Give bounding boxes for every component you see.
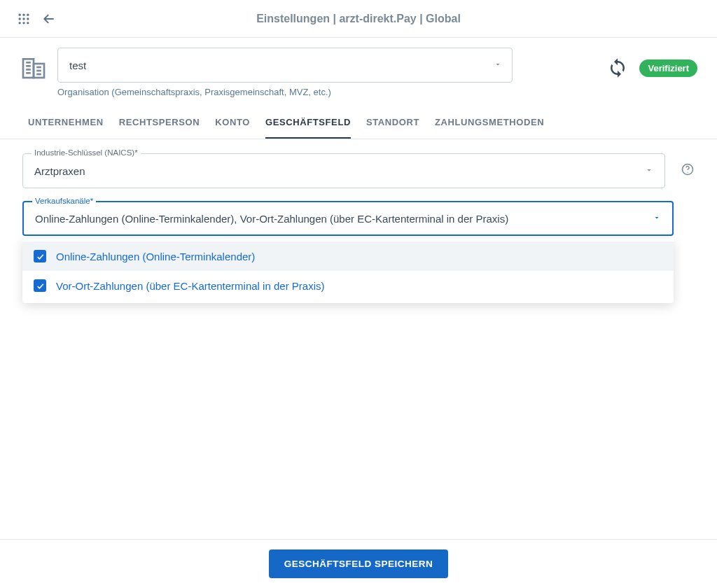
tab-zahlungsmethoden[interactable]: ZAHLUNGSMETHODEN [435, 106, 544, 139]
organisation-select[interactable] [57, 48, 513, 83]
tab-geschaeftsfeld[interactable]: GESCHÄFTSFELD [265, 106, 351, 139]
status-badge: Verifiziert [639, 59, 697, 77]
save-button[interactable]: GESCHÄFTSFELD SPEICHERN [269, 550, 449, 578]
apps-menu-icon[interactable] [11, 6, 36, 31]
svg-point-2 [27, 13, 29, 15]
svg-point-3 [19, 18, 21, 20]
channels-field: Verkaufskanäle* Online-Zahlungen (Online… [22, 201, 674, 236]
tab-standort[interactable]: STANDORT [366, 106, 419, 139]
footer: GESCHÄFTSFELD SPEICHERN [0, 539, 717, 588]
page-title: Einstellungen | arzt-direkt.Pay | Global [0, 13, 717, 25]
svg-point-4 [22, 18, 25, 20]
channels-value: Online-Zahlungen (Online-Terminkalender)… [35, 213, 647, 225]
channels-label: Verkaufskanäle* [32, 197, 96, 205]
organisation-icon [20, 53, 48, 81]
industry-label: Industrie-Schlüssel (NAICS)* [32, 148, 141, 157]
tab-unternehmen[interactable]: UNTERNEHMEN [28, 106, 104, 139]
tabs: UNTERNEHMEN RECHTSPERSON KONTO GESCHÄFTS… [0, 106, 717, 139]
organisation-row: Organisation (Gemeinschaftspraxis, Praxi… [0, 38, 717, 102]
help-icon[interactable] [681, 162, 695, 179]
svg-point-1 [22, 13, 25, 15]
chevron-down-icon [645, 164, 653, 177]
svg-point-6 [19, 22, 21, 24]
back-arrow-icon[interactable] [36, 6, 62, 31]
chevron-down-icon [653, 212, 661, 225]
channels-option-online[interactable]: Online-Zahlungen (Online-Terminkalender) [22, 241, 674, 271]
channels-select[interactable]: Verkaufskanäle* Online-Zahlungen (Online… [22, 201, 674, 236]
industry-field: Industrie-Schlüssel (NAICS)* Arztpraxen [22, 153, 695, 188]
chevron-down-icon [494, 59, 502, 71]
svg-point-5 [27, 18, 29, 20]
organisation-hint: Organisation (Gemeinschaftspraxis, Praxi… [57, 87, 607, 97]
organisation-input[interactable] [69, 59, 501, 71]
svg-point-19 [687, 172, 688, 173]
tab-konto[interactable]: KONTO [215, 106, 250, 139]
option-label: Online-Zahlungen (Online-Terminkalender) [56, 251, 255, 262]
option-label: Vor-Ort-Zahlungen (über EC-Kartentermina… [56, 280, 324, 292]
tab-rechtsperson[interactable]: RECHTSPERSON [119, 106, 200, 139]
top-bar: Einstellungen | arzt-direkt.Pay | Global [0, 0, 717, 38]
checkbox-checked-icon [34, 279, 46, 292]
industry-value: Arztpraxen [34, 165, 639, 177]
sync-icon[interactable] [607, 57, 628, 78]
form-area: Industrie-Schlüssel (NAICS)* Arztpraxen … [0, 139, 717, 262]
channels-dropdown: Online-Zahlungen (Online-Terminkalender)… [22, 239, 674, 303]
channels-option-vorort[interactable]: Vor-Ort-Zahlungen (über EC-Kartentermina… [22, 271, 674, 300]
industry-select[interactable]: Industrie-Schlüssel (NAICS)* Arztpraxen [22, 153, 665, 188]
svg-point-8 [27, 22, 29, 24]
svg-point-7 [22, 22, 25, 24]
checkbox-checked-icon [34, 250, 46, 262]
svg-point-0 [19, 13, 21, 15]
